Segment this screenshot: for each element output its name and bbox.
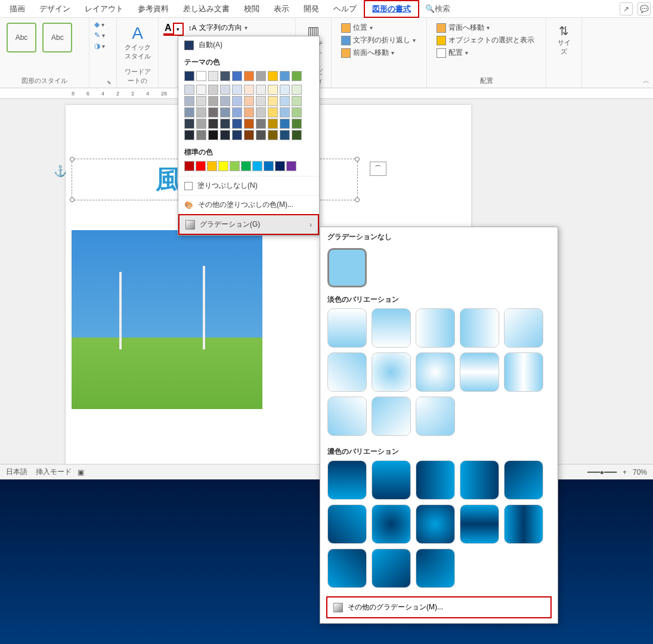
- color-swatch[interactable]: [244, 96, 254, 106]
- gradient-preset[interactable]: [504, 352, 543, 392]
- gradient-preset[interactable]: [416, 549, 455, 588]
- color-swatch[interactable]: [232, 119, 242, 129]
- color-swatch[interactable]: [256, 85, 266, 95]
- gradient-preset[interactable]: [416, 460, 455, 500]
- color-swatch[interactable]: [184, 71, 194, 81]
- shape-style-preset-1[interactable]: Abc: [7, 23, 36, 52]
- windmill-photo[interactable]: [72, 230, 262, 409]
- color-swatch[interactable]: [268, 119, 278, 129]
- color-swatch[interactable]: [292, 96, 302, 106]
- color-swatch[interactable]: [220, 96, 230, 106]
- color-swatch[interactable]: [208, 107, 218, 117]
- gradient-preset[interactable]: [372, 308, 411, 348]
- align-button[interactable]: 配置▾: [437, 48, 536, 58]
- gradient-preset[interactable]: [416, 504, 455, 544]
- resize-handle[interactable]: [70, 197, 75, 202]
- color-swatch[interactable]: [292, 107, 302, 117]
- gradient-preset[interactable]: [416, 308, 455, 348]
- color-swatch[interactable]: [196, 107, 206, 117]
- color-swatch[interactable]: [275, 161, 285, 171]
- color-swatch[interactable]: [184, 107, 194, 117]
- more-fill-colors-option[interactable]: 🎨 その他の塗りつぶしの色(M)...: [178, 195, 319, 214]
- color-swatch[interactable]: [256, 107, 266, 117]
- color-swatch[interactable]: [184, 85, 194, 95]
- status-macro-icon[interactable]: ▣: [78, 468, 84, 476]
- gradient-option[interactable]: グラデーション(G) ›: [178, 214, 319, 235]
- no-gradient-swatch[interactable]: [327, 248, 367, 287]
- gradient-preset[interactable]: [460, 460, 499, 500]
- status-language[interactable]: 日本語: [6, 467, 27, 477]
- menu-references[interactable]: 参考資料: [131, 1, 176, 17]
- menu-draw[interactable]: 描画: [2, 1, 32, 17]
- gradient-preset[interactable]: [504, 308, 543, 348]
- color-swatch[interactable]: [244, 107, 254, 117]
- size-button[interactable]: ⇅ サイ ズ: [551, 20, 577, 60]
- selection-pane-button[interactable]: オブジェクトの選択と表示: [437, 35, 536, 45]
- color-swatch[interactable]: [268, 130, 278, 140]
- menu-layout[interactable]: レイアウト: [78, 1, 131, 17]
- color-swatch[interactable]: [280, 96, 290, 106]
- color-swatch[interactable]: [220, 71, 230, 81]
- menu-shape-format[interactable]: 図形の書式: [364, 0, 419, 18]
- menu-design[interactable]: デザイン: [32, 1, 78, 17]
- bring-forward-button[interactable]: 前面へ移動▾: [341, 48, 417, 58]
- color-swatch[interactable]: [184, 161, 194, 171]
- send-backward-button[interactable]: 背面へ移動▾: [437, 23, 536, 33]
- gradient-preset[interactable]: [504, 460, 543, 500]
- color-swatch[interactable]: [196, 96, 206, 106]
- color-swatch[interactable]: [230, 161, 240, 171]
- color-swatch[interactable]: [207, 161, 217, 171]
- gradient-preset[interactable]: [327, 397, 367, 436]
- zoom-value[interactable]: 70%: [633, 468, 647, 476]
- menu-mailings[interactable]: 差し込み文書: [176, 1, 237, 17]
- color-swatch[interactable]: [244, 85, 254, 95]
- color-swatch[interactable]: [196, 71, 206, 81]
- color-swatch[interactable]: [208, 85, 218, 95]
- gradient-preset[interactable]: [372, 352, 411, 392]
- color-swatch[interactable]: [292, 130, 302, 140]
- gradient-preset[interactable]: [416, 352, 455, 392]
- color-swatch[interactable]: [244, 130, 254, 140]
- more-gradients-option[interactable]: その他のグラデーション(M)...: [326, 596, 552, 618]
- color-swatch[interactable]: [280, 119, 290, 129]
- color-swatch[interactable]: [252, 161, 262, 171]
- color-swatch[interactable]: [208, 119, 218, 129]
- color-swatch[interactable]: [232, 107, 242, 117]
- gradient-preset[interactable]: [460, 504, 499, 544]
- color-swatch[interactable]: [196, 161, 206, 171]
- shape-fill-btn[interactable]: ◆▾: [94, 20, 112, 29]
- gradient-preset[interactable]: [372, 549, 411, 588]
- text-wrap-button[interactable]: 文字列の折り返し▾: [341, 35, 417, 45]
- gradient-preset[interactable]: [327, 352, 367, 392]
- color-swatch[interactable]: [256, 130, 266, 140]
- search-box[interactable]: 🔍 検索: [425, 4, 450, 14]
- color-swatch[interactable]: [280, 85, 290, 95]
- status-insert-mode[interactable]: 挿入モード: [36, 467, 72, 477]
- gradient-preset[interactable]: [460, 352, 499, 392]
- color-auto[interactable]: 自動(A): [178, 36, 319, 54]
- gradient-preset[interactable]: [327, 504, 367, 544]
- gradient-preset[interactable]: [327, 308, 367, 348]
- color-swatch[interactable]: [232, 85, 242, 95]
- resize-handle[interactable]: [70, 157, 75, 162]
- shape-effects-btn[interactable]: ◑▾: [94, 42, 112, 50]
- color-swatch[interactable]: [292, 71, 302, 81]
- color-swatch[interactable]: [264, 161, 274, 171]
- color-swatch[interactable]: [208, 96, 218, 106]
- color-swatch[interactable]: [184, 130, 194, 140]
- color-swatch[interactable]: [196, 85, 206, 95]
- position-button[interactable]: 位置▾: [341, 23, 417, 33]
- gradient-preset[interactable]: [416, 397, 455, 436]
- color-swatch[interactable]: [256, 71, 266, 81]
- menu-view[interactable]: 表示: [267, 1, 296, 17]
- color-swatch[interactable]: [244, 71, 254, 81]
- collapse-ribbon-icon[interactable]: ︿: [643, 76, 649, 85]
- color-swatch[interactable]: [280, 71, 290, 81]
- color-swatch[interactable]: [232, 96, 242, 106]
- text-direction-button[interactable]: ↕A 文字列の方向 ▾: [188, 23, 247, 33]
- color-swatch[interactable]: [184, 119, 194, 129]
- quick-styles-button[interactable]: A クイック スタイル: [122, 20, 153, 64]
- resize-handle[interactable]: [355, 157, 360, 162]
- color-swatch[interactable]: [256, 119, 266, 129]
- gradient-preset[interactable]: [504, 504, 543, 544]
